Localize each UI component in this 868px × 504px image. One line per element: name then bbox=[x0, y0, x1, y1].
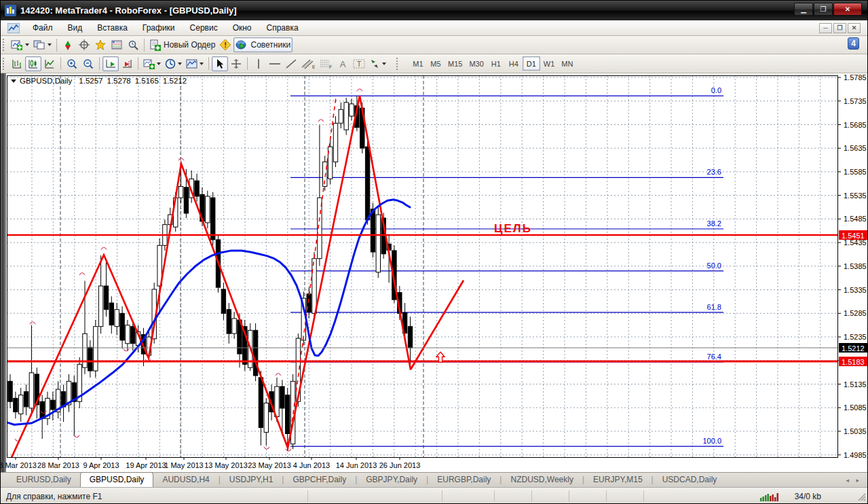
auto-scroll-button[interactable] bbox=[102, 56, 119, 71]
chart-tab-USDJPY,H1[interactable]: USDJPY,H1 bbox=[221, 473, 282, 487]
timeframe-H1[interactable]: H1 bbox=[487, 56, 505, 71]
maximize-button[interactable]: ❐ bbox=[814, 3, 833, 16]
charts-toolbar: E F A T M1M5M15M30H1H4D1W1MN bbox=[1, 54, 867, 73]
text-label-button[interactable]: T bbox=[351, 56, 367, 71]
timeframe-M30[interactable]: M30 bbox=[466, 56, 487, 71]
equidistant-channel-button[interactable]: E bbox=[299, 56, 317, 71]
templates-button[interactable] bbox=[184, 56, 206, 71]
dropdown-caret-icon bbox=[200, 62, 204, 65]
timeframe-M1[interactable]: M1 bbox=[409, 56, 427, 71]
menu-item-Сервис[interactable]: Сервис bbox=[183, 21, 225, 35]
status-divider bbox=[643, 490, 644, 502]
mdi-minimize-button[interactable]: ─ bbox=[819, 23, 832, 33]
chart-tab-EURUSD,Daily[interactable]: EURUSD,Daily bbox=[7, 473, 80, 487]
dropdown-caret-icon bbox=[48, 43, 52, 46]
svg-text:1.5285: 1.5285 bbox=[844, 309, 867, 317]
data-window-button[interactable] bbox=[76, 37, 92, 52]
new-order-button[interactable]: Новый Ордер bbox=[147, 37, 217, 52]
vertical-line-button[interactable] bbox=[250, 56, 267, 71]
timeframe-H4[interactable]: H4 bbox=[505, 56, 523, 71]
svg-text:1.5385: 1.5385 bbox=[844, 262, 867, 270]
toolbar-grip[interactable] bbox=[3, 39, 6, 51]
tab-scroll-arrows[interactable]: ◂ ▸ bbox=[846, 477, 862, 484]
svg-text:1.4985: 1.4985 bbox=[844, 451, 867, 459]
app-icon bbox=[5, 5, 16, 16]
bar-chart-button[interactable] bbox=[9, 56, 25, 71]
candlestick-chart-button[interactable] bbox=[25, 56, 41, 71]
periods-button[interactable] bbox=[163, 56, 184, 71]
chart-tab-GBPUSD,Daily[interactable]: GBPUSD,Daily bbox=[80, 472, 154, 487]
svg-text:1.5335: 1.5335 bbox=[844, 286, 867, 294]
indicators-button[interactable] bbox=[141, 56, 163, 71]
text-button[interactable]: A bbox=[335, 56, 351, 71]
status-divider bbox=[606, 490, 607, 502]
status-divider bbox=[442, 490, 442, 502]
strategy-tester-button[interactable] bbox=[125, 37, 141, 52]
close-button[interactable]: ✕ bbox=[833, 3, 862, 16]
toolbar-grip[interactable] bbox=[396, 58, 400, 70]
crosshair-button[interactable] bbox=[228, 56, 244, 71]
chart-tab-NZDUSD,Weekly[interactable]: NZDUSD,Weekly bbox=[502, 473, 582, 487]
menu-item-Файл[interactable]: Файл bbox=[25, 21, 60, 35]
menu-item-Графики[interactable]: Графики bbox=[135, 21, 183, 35]
chart-tab-GBPCHF,Daily[interactable]: GBPCHF,Daily bbox=[284, 473, 355, 487]
mdi-restore-button[interactable]: ❐ bbox=[833, 23, 846, 33]
line-chart-button[interactable] bbox=[41, 56, 58, 71]
timeframe-W1[interactable]: W1 bbox=[540, 56, 559, 71]
dropdown-caret-icon bbox=[178, 62, 182, 65]
dropdown-caret-icon bbox=[25, 43, 29, 46]
svg-text:1.5685: 1.5685 bbox=[844, 121, 867, 129]
profiles-button[interactable] bbox=[31, 37, 54, 52]
standard-toolbar: Новый Ордер ! Советники 4 bbox=[1, 36, 867, 54]
svg-text:0.0: 0.0 bbox=[711, 86, 721, 94]
timeframe-D1[interactable]: D1 bbox=[523, 56, 540, 71]
svg-text:4 Jun 2013: 4 Jun 2013 bbox=[293, 461, 330, 469]
svg-text:50.0: 50.0 bbox=[707, 262, 721, 270]
mdi-close-button[interactable]: ✕ bbox=[848, 23, 861, 33]
chart-area[interactable]: 0.023.638.250.061.876.4100.0ЦЕЛЬ1.49851.… bbox=[1, 73, 868, 472]
toolbar-grip[interactable] bbox=[3, 58, 6, 70]
terminal-button[interactable] bbox=[109, 37, 125, 52]
arrow-objects-button[interactable] bbox=[367, 56, 388, 71]
chart-tab-EURJPY,M15[interactable]: EURJPY,M15 bbox=[584, 473, 651, 487]
status-help-text: Для справки, нажмите F1 bbox=[1, 492, 102, 501]
menu-item-Вид[interactable]: Вид bbox=[60, 21, 90, 35]
chart-tab-EURGBP,Daily[interactable]: EURGBP,Daily bbox=[428, 473, 499, 487]
chart-tab-USDCAD,Daily[interactable]: USDCAD,Daily bbox=[654, 473, 726, 487]
menu-item-Справка[interactable]: Справка bbox=[259, 21, 306, 35]
resize-grip[interactable] bbox=[856, 492, 866, 503]
navigator-button[interactable] bbox=[92, 37, 109, 52]
zoom-out-button[interactable] bbox=[80, 56, 96, 71]
timeframe-M5[interactable]: M5 bbox=[427, 56, 445, 71]
zoom-in-button[interactable] bbox=[64, 56, 80, 71]
new-order-label: Новый Ордер bbox=[164, 40, 215, 50]
toolbar-separator bbox=[60, 57, 61, 70]
toolbar-separator bbox=[56, 39, 57, 52]
svg-text:28 Mar 2013: 28 Mar 2013 bbox=[37, 461, 79, 469]
metaeditor-button[interactable]: ! bbox=[217, 37, 233, 52]
expert-advisors-button[interactable]: Советники bbox=[233, 37, 293, 52]
market-watch-button[interactable] bbox=[60, 37, 76, 52]
notification-badge[interactable]: 4 bbox=[848, 37, 859, 50]
dropdown-caret-icon bbox=[157, 62, 161, 65]
cursor-button[interactable] bbox=[212, 56, 228, 71]
price-tag: 1.5451 bbox=[839, 230, 868, 240]
chart-shift-button[interactable] bbox=[119, 56, 135, 71]
trendline-button[interactable] bbox=[283, 56, 299, 71]
price-tag: 1.5212 bbox=[839, 343, 868, 353]
minimize-button[interactable]: ▁ bbox=[794, 3, 813, 16]
fibonacci-button[interactable]: F bbox=[317, 56, 335, 71]
menu-item-Вставка[interactable]: Вставка bbox=[90, 21, 135, 35]
timeframe-MN[interactable]: MN bbox=[558, 56, 576, 71]
menu-item-Окно[interactable]: Окно bbox=[225, 21, 259, 35]
timeframe-M15[interactable]: M15 bbox=[445, 56, 466, 71]
svg-text:100.0: 100.0 bbox=[702, 437, 721, 445]
timeframes-toolbar: M1M5M15M30H1H4D1W1MN bbox=[409, 56, 576, 71]
horizontal-line-button[interactable] bbox=[267, 56, 283, 71]
chart-tab-GBPJPY,Daily[interactable]: GBPJPY,Daily bbox=[357, 473, 426, 487]
new-chart-button[interactable] bbox=[9, 37, 31, 52]
window-title: 142420: MetaTrader4 - RoboForex - [GBPUS… bbox=[20, 5, 237, 16]
menubar: ФайлВидВставкаГрафикиСервисОкноСправка ─… bbox=[1, 20, 867, 36]
svg-text:13 May 2013: 13 May 2013 bbox=[204, 461, 248, 469]
chart-tab-AUDUSD,H4[interactable]: AUDUSD,H4 bbox=[153, 473, 218, 487]
